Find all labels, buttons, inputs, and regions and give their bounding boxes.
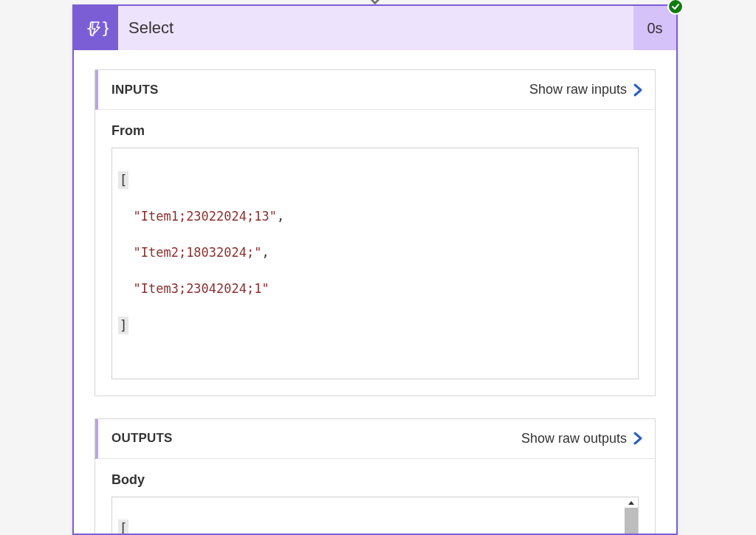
chevron-right-icon: [633, 83, 643, 97]
show-raw-outputs-label: Show raw outputs: [521, 431, 627, 446]
outputs-panel-header: OUTPUTS Show raw outputs: [95, 419, 655, 459]
data-operation-icon: { }: [74, 6, 118, 50]
scrollbar-up-button[interactable]: [625, 497, 638, 508]
show-raw-inputs-label: Show raw inputs: [529, 82, 627, 97]
svg-text:}: }: [101, 18, 109, 37]
card-header[interactable]: { } Select 0s: [74, 6, 676, 50]
from-value-box[interactable]: [ "Item1;23022024;13", "Item2;18032024;"…: [111, 148, 639, 379]
show-raw-inputs-link[interactable]: Show raw inputs: [529, 82, 643, 97]
inputs-panel: INPUTS Show raw inputs From [ "Item1;230…: [94, 69, 656, 396]
json-bracket-close: ]: [118, 317, 128, 335]
status-success-badge: [667, 0, 684, 15]
body-value-box[interactable]: [ { "Title": "Item1", "Date": "02232024"…: [111, 497, 639, 534]
outputs-panel: OUTPUTS Show raw outputs Body [ { "Title…: [94, 418, 656, 534]
json-bracket-open: [: [118, 520, 128, 534]
scrollbar-thumb[interactable]: [625, 508, 638, 534]
json-bracket-open: [: [118, 171, 128, 190]
json-comma: ,: [277, 209, 284, 224]
json-string: "Item3;23042024;1": [133, 281, 269, 296]
json-string: "Item2;18032024;": [133, 245, 261, 260]
json-string: "Item1;23022024;13": [133, 209, 276, 224]
show-raw-outputs-link[interactable]: Show raw outputs: [521, 431, 643, 446]
from-field-label: From: [111, 123, 639, 139]
inputs-panel-title: INPUTS: [111, 83, 159, 97]
outputs-panel-title: OUTPUTS: [111, 431, 173, 446]
body-field-label: Body: [111, 472, 639, 488]
json-comma: ,: [261, 245, 269, 260]
action-card: { } Select 0s INPUTS Show raw inputs: [72, 4, 678, 535]
card-title: Select: [118, 6, 633, 50]
inputs-panel-header: INPUTS Show raw inputs: [95, 70, 655, 110]
chevron-right-icon: [633, 431, 643, 446]
